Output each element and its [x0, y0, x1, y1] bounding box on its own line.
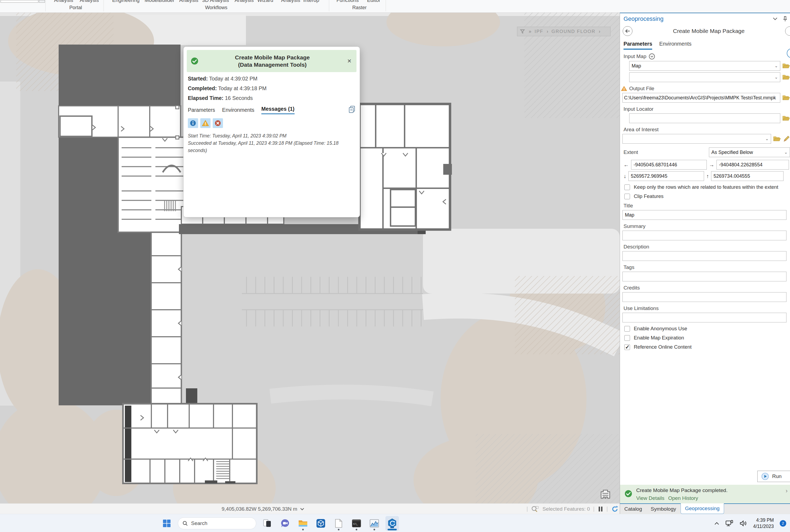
document-app-button[interactable]: [332, 516, 345, 531]
terminal-button[interactable]: C:\_: [350, 516, 363, 531]
keep-rows-checkbox[interactable]: [624, 185, 630, 190]
view-details-link[interactable]: View Details: [636, 495, 664, 501]
arcgis-pro-button[interactable]: [385, 516, 399, 531]
tab-messages[interactable]: Messages (1): [261, 106, 294, 114]
tab-parameters[interactable]: Parameters: [188, 107, 215, 113]
refresh-icon[interactable]: [611, 505, 619, 513]
open-history-link[interactable]: Open History: [668, 495, 698, 501]
input-locator-input[interactable]: [629, 113, 780, 123]
speaker-icon[interactable]: [739, 520, 747, 527]
output-file-input[interactable]: [622, 93, 780, 102]
title-label: Title: [624, 203, 790, 209]
active-app-indicator: [388, 529, 397, 530]
pause-drawing-icon[interactable]: [598, 506, 603, 512]
expand-banner-icon[interactable]: ›: [786, 488, 788, 504]
notification-badge[interactable]: 2: [780, 520, 786, 527]
performance-monitor-button[interactable]: [368, 516, 381, 531]
taskbar-search[interactable]: Search: [178, 517, 256, 529]
tab-environments[interactable]: Environments: [659, 41, 691, 50]
close-icon[interactable]: ✕: [346, 58, 353, 64]
ribbon-button[interactable]: Interop: [303, 0, 319, 3]
breadcrumb-floor[interactable]: GROUND FLOOR: [551, 29, 595, 34]
ribbon-button[interactable]: Analysis: [235, 0, 254, 3]
success-check-icon: [624, 490, 632, 498]
filter-info-button[interactable]: [188, 118, 198, 128]
dialog-tabs: Parameters Environments Messages (1): [188, 106, 355, 114]
folder-browse-icon[interactable]: [773, 136, 781, 142]
pencil-draw-icon[interactable]: [783, 135, 790, 142]
task-view-button[interactable]: [260, 516, 274, 531]
ribbon-button[interactable]: ModelBuilder: [145, 0, 174, 3]
tray-chevron-up-icon[interactable]: [714, 522, 719, 525]
enable-map-expiration-checkbox[interactable]: [624, 335, 630, 341]
input-map-combobox-2[interactable]: ⌄: [629, 72, 780, 82]
extent-xmax-input[interactable]: [716, 160, 789, 170]
coordinate-readout[interactable]: 9,405,036.82W 5,269,706.33N m: [222, 504, 304, 514]
area-of-interest-combobox[interactable]: ⌄: [622, 134, 771, 144]
chevron-down-icon[interactable]: [772, 17, 778, 21]
map-view[interactable]: » IPF › GROUND FLOOR › Create Mobile: [0, 13, 620, 504]
input-map-combobox[interactable]: Map⌄: [629, 61, 780, 71]
tab-environments[interactable]: Environments: [222, 107, 254, 113]
ribbon-button[interactable]: Analysis: [54, 0, 73, 3]
folder-browse-icon[interactable]: [783, 115, 790, 121]
ribbon-button[interactable]: Functions: [336, 0, 359, 3]
back-button[interactable]: [623, 26, 632, 36]
description-input[interactable]: [622, 251, 787, 261]
copy-messages-button[interactable]: [348, 106, 355, 114]
ribbon-button[interactable]: Analysis: [80, 0, 99, 3]
ribbon-button[interactable]: Editor: [367, 0, 381, 3]
checkbox-row: Clip Features: [624, 193, 790, 199]
enable-anonymous-use-checkbox[interactable]: [624, 326, 630, 331]
filter-warning-button[interactable]: [200, 118, 210, 128]
folder-browse-icon[interactable]: [783, 63, 790, 69]
pin-icon[interactable]: [783, 16, 787, 22]
extent-ymax-input[interactable]: [711, 171, 784, 181]
folder-browse-icon[interactable]: [783, 95, 790, 101]
warning-icon: [621, 86, 627, 91]
selected-features-label: Selected Features: 0: [543, 506, 590, 512]
start-button[interactable]: [160, 516, 173, 531]
filter-error-button[interactable]: [213, 118, 223, 128]
auto-apply-button[interactable]: [785, 26, 790, 36]
run-button[interactable]: Run: [757, 471, 790, 482]
tab-catalog[interactable]: Catalog: [620, 504, 646, 514]
extent-ymin-input[interactable]: [628, 171, 704, 181]
reference-online-content-checkbox[interactable]: [624, 344, 630, 350]
credits-input[interactable]: [622, 292, 787, 302]
breadcrumb-site[interactable]: IPF: [535, 29, 543, 34]
extent-xmin-input[interactable]: [631, 160, 707, 170]
summary-input[interactable]: [622, 231, 787, 240]
clock[interactable]: 4:39 PM 4/11/2023: [753, 517, 774, 530]
extent-mode-combobox[interactable]: As Specified Below⌄: [709, 148, 790, 157]
panel-dock-tabs: Catalog Symbology Geoprocessing: [620, 504, 790, 514]
chat-button[interactable]: [278, 516, 292, 531]
use-limitations-label: Use Limitations: [624, 305, 790, 311]
file-explorer-button[interactable]: [296, 516, 310, 531]
clip-features-checkbox[interactable]: [624, 194, 630, 199]
search-icon: [182, 521, 188, 526]
tab-geoprocessing[interactable]: Geoprocessing: [681, 504, 724, 514]
collapse-circle-icon[interactable]: [649, 53, 655, 60]
arcgis-app-button[interactable]: [314, 516, 328, 531]
floor-filter-breadcrumb[interactable]: » IPF › GROUND FLOOR ›: [517, 27, 610, 36]
performance-chart-icon: [370, 519, 379, 527]
title-input[interactable]: [622, 210, 787, 220]
ribbon-button[interactable]: Engineering: [112, 0, 140, 3]
tags-input[interactable]: [622, 272, 787, 281]
ribbon-button[interactable]: Analysis: [281, 0, 300, 3]
use-limitations-input[interactable]: [622, 313, 787, 322]
checkbox-label: Enable Anonymous Use: [634, 326, 687, 331]
ribbon-button[interactable]: Analysis: [179, 0, 198, 3]
ribbon-button[interactable]: Wizard: [257, 0, 273, 3]
building-icon: [600, 489, 611, 499]
network-icon[interactable]: [725, 520, 734, 527]
area-of-interest-label: Area of Interest: [624, 127, 790, 133]
ribbon-button[interactable]: 3D Analysis: [202, 0, 229, 3]
folder-browse-icon[interactable]: [783, 74, 790, 80]
floor-picker-button[interactable]: [600, 489, 611, 499]
divider: |: [527, 506, 528, 512]
tab-parameters[interactable]: Parameters: [624, 41, 652, 50]
zoom-to-selection-icon[interactable]: [531, 506, 539, 513]
tab-symbology[interactable]: Symbology: [646, 504, 681, 514]
